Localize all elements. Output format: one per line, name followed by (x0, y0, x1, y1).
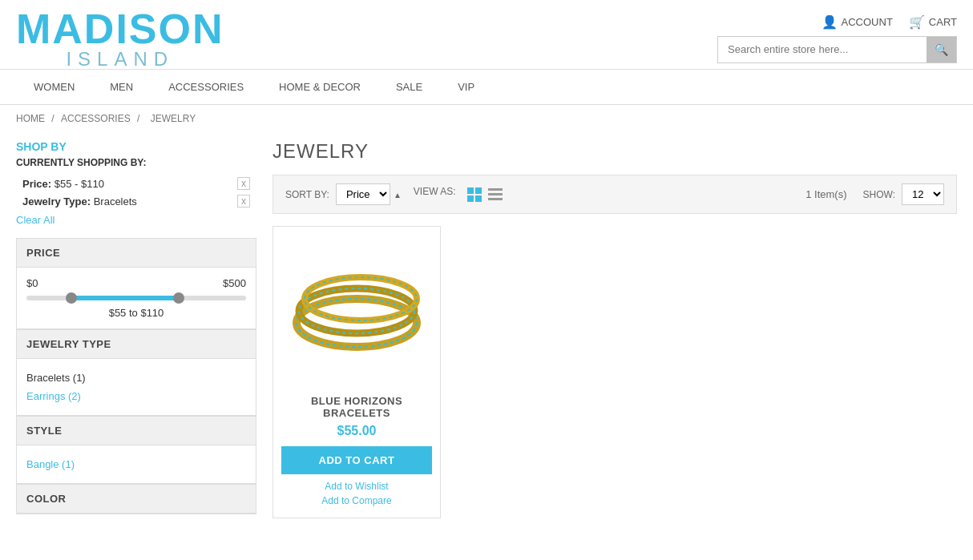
page-title: JEWELRY (273, 140, 957, 163)
sort-asc-icon[interactable] (390, 188, 402, 200)
jewelry-type-section-body: Bracelets (1) Earrings (2) (17, 359, 256, 415)
breadcrumb: HOME / ACCESSORIES / JEWELRY (0, 105, 973, 132)
price-slider-fill (71, 296, 180, 300)
filter-earrings[interactable]: Earrings (2) (26, 387, 246, 405)
header-actions: ACCOUNT CART (822, 14, 957, 30)
show-select[interactable]: 12 (902, 183, 944, 205)
view-as-label: VIEW AS: (414, 186, 456, 203)
view-icons: VIEW AS: (414, 186, 504, 203)
svg-rect-4 (488, 188, 503, 191)
remove-price-filter[interactable]: x (237, 177, 250, 190)
product-info: BLUE HORIZONS BRACELETS $55.00 ADD TO CA… (273, 387, 440, 518)
color-section-header: COLOR (17, 485, 256, 514)
add-to-compare-link[interactable]: Add to Compare (281, 495, 432, 506)
style-section-header: STYLE (17, 417, 256, 445)
nav-item-vip[interactable]: VIP (440, 70, 492, 104)
remove-jewelry-type-filter[interactable]: x (237, 195, 250, 207)
nav-item-home-decor[interactable]: HOME & DECOR (261, 70, 378, 104)
logo: MADISON ISLAND (16, 8, 224, 69)
search-input[interactable] (718, 37, 927, 62)
sidebar-color-section: COLOR (16, 484, 256, 514)
breadcrumb-current: JEWELRY (151, 113, 196, 124)
sort-by-label: SORT BY: (285, 189, 329, 200)
header-right: ACCOUNT CART (717, 14, 957, 63)
svg-rect-3 (475, 195, 482, 202)
product-grid: BLUE HORIZONS BRACELETS $55.00 ADD TO CA… (273, 226, 957, 518)
search-icon (935, 43, 948, 56)
main-nav: WOMEN MEN ACCESSORIES HOME & DECOR SALE … (0, 70, 973, 105)
nav-item-women[interactable]: WOMEN (16, 70, 92, 104)
breadcrumb-accessories[interactable]: ACCESSORIES (61, 113, 131, 124)
sidebar-price-section: PRICE $0 $500 $55 to $110 (16, 238, 256, 329)
svg-rect-1 (475, 187, 482, 194)
sidebar-jewelry-type-section: JEWELRY TYPE Bracelets (1) Earrings (2) (16, 329, 256, 416)
sidebar: SHOP BY CURRENTLY SHOPPING BY: Price: $5… (16, 140, 256, 518)
nav-item-sale[interactable]: SALE (378, 70, 440, 104)
cart-link[interactable]: CART (909, 14, 957, 30)
product-card: BLUE HORIZONS BRACELETS $55.00 ADD TO CA… (273, 226, 441, 518)
svg-rect-0 (467, 187, 474, 194)
sort-select[interactable]: Price (336, 183, 390, 205)
price-slider-track (26, 296, 246, 300)
toolbar: SORT BY: Price VIEW AS: 1 Item(s) SHOW: … (273, 175, 957, 214)
product-price: $55.00 (281, 424, 432, 438)
list-view-icon[interactable] (486, 186, 504, 203)
clear-all-link[interactable]: Clear All (16, 210, 55, 230)
active-filter-jewelry-type: Jewelry Type: Bracelets x (16, 192, 256, 210)
active-filter-price: Price: $55 - $110 x (16, 175, 256, 192)
price-range-value: $55 to $110 (26, 307, 246, 319)
svg-rect-2 (467, 195, 474, 202)
add-to-wishlist-link[interactable]: Add to Wishlist (281, 481, 432, 492)
main-content: SHOP BY CURRENTLY SHOPPING BY: Price: $5… (0, 132, 973, 526)
price-section-header: PRICE (17, 239, 256, 268)
cart-icon (909, 14, 925, 30)
add-to-cart-button[interactable]: ADD TO CART (281, 446, 432, 474)
price-slider-thumb-left[interactable] (66, 292, 77, 304)
jewelry-type-section-header: JEWELRY TYPE (17, 330, 256, 359)
sidebar-style-section: STYLE Bangle (1) (16, 416, 256, 484)
breadcrumb-home[interactable]: HOME (16, 113, 45, 124)
product-name: BLUE HORIZONS BRACELETS (281, 395, 432, 419)
account-link[interactable]: ACCOUNT (822, 14, 893, 30)
person-icon (822, 14, 838, 30)
product-image (273, 227, 440, 387)
price-section-body: $0 $500 $55 to $110 (17, 268, 256, 328)
price-slider-thumb-right[interactable] (173, 292, 184, 304)
price-min: $0 (26, 277, 38, 289)
logo-madison: MADISON (16, 8, 224, 50)
svg-rect-6 (488, 198, 503, 200)
show-label: SHOW: (863, 189, 895, 200)
header: MADISON ISLAND ACCOUNT CART (0, 0, 973, 70)
price-range-labels: $0 $500 (26, 277, 246, 289)
search-bar (717, 36, 957, 63)
style-section-body: Bangle (1) (17, 445, 256, 483)
shop-by-title: SHOP BY (16, 140, 256, 153)
svg-rect-5 (488, 193, 503, 195)
account-label: ACCOUNT (842, 16, 893, 28)
search-button[interactable] (927, 37, 956, 62)
nav-item-men[interactable]: MEN (92, 70, 151, 104)
nav-item-accessories[interactable]: ACCESSORIES (151, 70, 261, 104)
logo-island: ISLAND (16, 50, 224, 69)
items-count: 1 Item(s) (805, 188, 846, 200)
content-area: JEWELRY SORT BY: Price VIEW AS: 1 Item(s… (273, 140, 957, 518)
price-max: $500 (223, 277, 246, 289)
filter-bangle[interactable]: Bangle (1) (26, 455, 246, 473)
grid-view-icon[interactable] (466, 186, 483, 203)
cart-label: CART (929, 16, 957, 28)
filter-bracelets: Bracelets (1) (26, 369, 246, 387)
currently-shopping-label: CURRENTLY SHOPPING BY: (16, 157, 256, 168)
